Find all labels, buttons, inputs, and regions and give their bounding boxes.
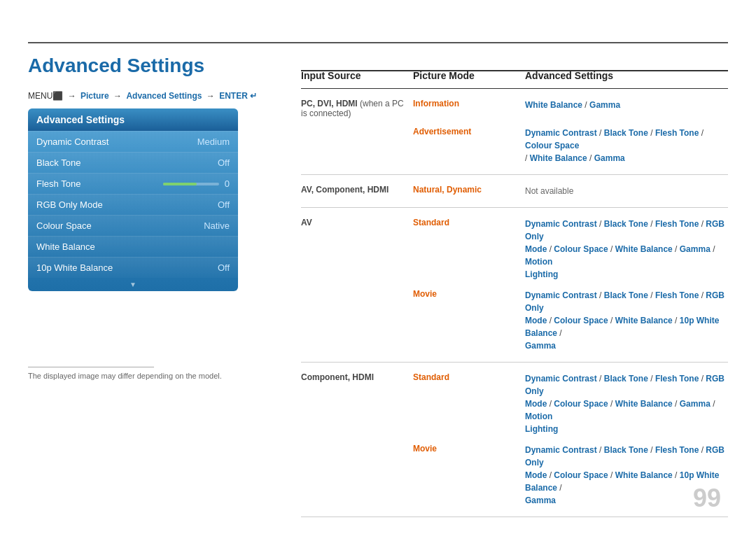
white-balance-label: White Balance	[36, 241, 95, 252]
slider-track	[163, 183, 219, 185]
rgb-only-mode-label: RGB Only Mode	[36, 199, 103, 210]
cell-input-av: AV	[301, 218, 413, 227]
dynamic-contrast-value: Medium	[197, 136, 230, 147]
right-section: Input Source Picture Mode Advanced Setti…	[301, 70, 728, 517]
breadcrumb-advanced: Advanced Settings	[126, 91, 202, 101]
cell-mode-component-standard: Standard	[413, 372, 525, 382]
cell-settings-information: White Balance / Gamma	[525, 99, 728, 111]
table-row-natural-dynamic: AV, Component, HDMI Natural, Dynamic Not…	[301, 181, 728, 202]
breadcrumb-arrow1: →	[68, 91, 78, 101]
breadcrumb-arrow2: →	[113, 91, 124, 101]
table-row-av-movie: Movie Dynamic Contrast / Black Tone / Fl…	[301, 285, 728, 356]
row-group-pc-dvi-hdmi: PC, DVI, HDMI (when a PC is connected) I…	[301, 89, 728, 175]
cell-input-component-hdmi: Component, HDMI	[301, 372, 413, 382]
cell-input-av-component-hdmi: AV, Component, HDMI	[301, 185, 413, 195]
top-border	[28, 42, 728, 43]
cell-mode-av-movie: Movie	[413, 289, 525, 299]
panel-item-black-tone[interactable]: Black Tone Off	[28, 152, 238, 173]
row-group-av: AV Standard Dynamic Contrast / Black Ton…	[301, 208, 728, 363]
cell-settings-advertisement: Dynamic Contrast / Black Tone / Flesh To…	[525, 127, 728, 164]
th-picture-mode: Picture Mode	[413, 70, 525, 84]
flesh-tone-label: Flesh Tone	[36, 178, 80, 189]
panel-item-flesh-tone[interactable]: Flesh Tone 0	[28, 173, 238, 194]
left-panel: Advanced Settings Dynamic Contrast Mediu…	[28, 108, 238, 291]
panel-item-dynamic-contrast[interactable]: Dynamic Contrast Medium	[28, 131, 238, 152]
th-advanced-settings: Advanced Settings	[525, 70, 728, 84]
breadcrumb-picture: Picture	[80, 91, 109, 101]
panel-chevron: ▼	[28, 278, 238, 291]
table-row-information: PC, DVI, HDMI (when a PC is connected) I…	[301, 94, 728, 122]
breadcrumb-arrow3: →	[206, 91, 217, 101]
dynamic-contrast-label: Dynamic Contrast	[36, 136, 108, 147]
flesh-tone-slider-container: 0	[163, 178, 230, 189]
cell-settings-av-standard: Dynamic Contrast / Black Tone / Flesh To…	[525, 218, 728, 281]
table-row-av-standard: AV Standard Dynamic Contrast / Black Ton…	[301, 213, 728, 285]
cell-settings-av-movie: Dynamic Contrast / Black Tone / Flesh To…	[525, 289, 728, 352]
th-input-source: Input Source	[301, 70, 413, 84]
cell-input-pc: PC, DVI, HDMI (when a PC is connected)	[301, 99, 413, 118]
breadcrumb-menu: MENU⬛	[28, 91, 63, 101]
breadcrumb-enter: ENTER ↵	[219, 91, 257, 101]
breadcrumb: MENU⬛ → Picture → Advanced Settings → EN…	[28, 91, 257, 101]
panel-item-rgb-only-mode[interactable]: RGB Only Mode Off	[28, 194, 238, 215]
panel-item-10p-white-balance[interactable]: 10p White Balance Off	[28, 257, 238, 278]
cell-settings-not-available: Not available	[525, 185, 728, 197]
page-number: 99	[693, 484, 721, 513]
panel-box: Advanced Settings Dynamic Contrast Mediu…	[28, 108, 238, 291]
row-group-av-component-hdmi: AV, Component, HDMI Natural, Dynamic Not…	[301, 175, 728, 208]
panel-item-colour-space[interactable]: Colour Space Native	[28, 215, 238, 236]
page-title: Advanced Settings	[28, 55, 204, 77]
cell-mode-component-movie: Movie	[413, 444, 525, 454]
cell-mode-natural-dynamic: Natural, Dynamic	[413, 185, 525, 195]
colour-space-label: Colour Space	[36, 220, 92, 231]
cell-mode-information: Information	[413, 99, 525, 108]
colour-space-value: Native	[204, 220, 230, 231]
footnote: The displayed image may differ depending…	[28, 367, 222, 380]
footnote-line	[28, 367, 154, 367]
black-tone-value: Off	[218, 157, 230, 168]
10p-white-balance-label: 10p White Balance	[36, 262, 113, 273]
black-tone-label: Black Tone	[36, 157, 80, 168]
table-header: Input Source Picture Mode Advanced Setti…	[301, 70, 728, 89]
cell-mode-advertisement: Advertisement	[413, 127, 525, 136]
cell-settings-component-standard: Dynamic Contrast / Black Tone / Flesh To…	[525, 372, 728, 435]
row-group-component-hdmi: Component, HDMI Standard Dynamic Contras…	[301, 363, 728, 517]
panel-title: Advanced Settings	[28, 108, 238, 131]
footnote-text: The displayed image may differ depending…	[28, 372, 222, 380]
cell-mode-av-standard: Standard	[413, 218, 525, 227]
slider-fill	[163, 183, 197, 185]
table-row-advertisement: Advertisement Dynamic Contrast / Black T…	[301, 122, 728, 169]
flesh-tone-value: 0	[225, 178, 230, 189]
panel-item-white-balance[interactable]: White Balance	[28, 236, 238, 257]
rgb-only-mode-value: Off	[218, 199, 230, 210]
table-row-component-standard: Component, HDMI Standard Dynamic Contras…	[301, 368, 728, 440]
10p-white-balance-value: Off	[218, 262, 230, 273]
table-row-component-movie: Movie Dynamic Contrast / Black Tone / Fl…	[301, 440, 728, 511]
